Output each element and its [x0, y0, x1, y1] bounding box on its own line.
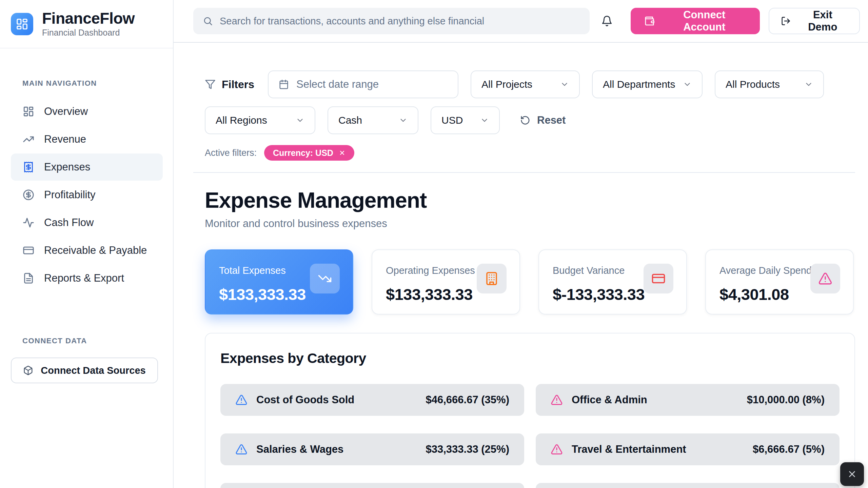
connect-data-section: CONNECT DATA Connect Data Sources — [0, 292, 173, 383]
departments-select-value: All Departments — [603, 79, 675, 90]
sidebar-item-expenses[interactable]: Expenses — [11, 154, 163, 181]
chevron-down-icon — [804, 80, 813, 89]
regions-select-value: All Regions — [216, 115, 267, 126]
category-label: Salaries & Wages — [256, 443, 343, 455]
file-text-icon — [22, 272, 35, 284]
sidebar-item-receivable-payable[interactable]: Receivable & Payable — [11, 237, 163, 264]
chevron-down-icon — [560, 80, 569, 89]
close-icon — [847, 469, 857, 479]
category-row-travel-entertainment: Travel & Entertainment $6,666.67 (5%) — [536, 433, 840, 465]
filters-title-label: Filters — [222, 78, 254, 91]
chevron-down-icon — [683, 80, 692, 89]
sidebar-item-revenue[interactable]: Revenue — [11, 126, 163, 153]
stat-card-budget-variance[interactable]: Budget Variance $-133,333.33 — [538, 249, 687, 314]
credit-card-icon — [644, 264, 673, 293]
dashboard-icon — [22, 105, 35, 118]
category-value: $46,666.67 (35%) — [426, 394, 509, 406]
sidebar-item-label: Profitability — [44, 189, 96, 201]
sidebar-item-profitability[interactable]: Profitability — [11, 181, 163, 208]
payment-method-select-value: Cash — [338, 115, 362, 126]
category-row-cost-of-goods-sold: Cost of Goods Sold $46,666.67 (35%) — [220, 384, 524, 416]
expenses-by-category-title: Expenses by Category — [220, 350, 840, 366]
filters-row-1: Filters Select date range All Projects A… — [205, 70, 855, 98]
stat-card-total-expenses[interactable]: Total Expenses $133,333.33 — [205, 249, 353, 314]
app-window: FinanceFlow Financial Dashboard MAIN NAV… — [0, 0, 868, 488]
activity-icon — [22, 217, 35, 229]
page-title: Expense Management — [205, 188, 855, 213]
log-out-icon — [781, 16, 791, 26]
connect-account-button[interactable]: Connect Account — [631, 8, 760, 34]
trending-down-icon — [310, 264, 340, 293]
sidebar: FinanceFlow Financial Dashboard MAIN NAV… — [0, 0, 174, 488]
projects-select-value: All Projects — [481, 79, 532, 90]
exit-demo-button[interactable]: Exit Demo — [769, 8, 860, 34]
main-navigation: MAIN NAVIGATION Overview Revenue Expense… — [0, 48, 173, 292]
date-range-input[interactable]: Select date range — [268, 70, 458, 98]
close-icon — [339, 149, 346, 156]
stat-cards-row: Total Expenses $133,333.33 Operating Exp… — [205, 249, 855, 314]
category-value: $6,666.67 (5%) — [753, 443, 825, 455]
regions-select[interactable]: All Regions — [205, 106, 315, 134]
receipt-icon — [22, 161, 35, 173]
search-input[interactable] — [220, 16, 580, 27]
close-overlay-button[interactable] — [840, 462, 864, 486]
category-row-professional-services: Professional Services $3,333.33 (3%) — [536, 483, 840, 488]
section-divider — [193, 172, 855, 173]
category-label: Cost of Goods Sold — [256, 394, 354, 406]
calendar-icon — [279, 79, 289, 89]
main-area: Connect Account Exit Demo Filters Select… — [174, 0, 868, 488]
payment-method-select[interactable]: Cash — [328, 106, 418, 134]
topbar: Connect Account Exit Demo — [174, 0, 868, 43]
app-logo-icon — [11, 13, 33, 35]
sidebar-item-label: Expenses — [44, 161, 90, 173]
wallet-icon — [644, 16, 655, 26]
reset-filters-button[interactable]: Reset — [520, 114, 566, 126]
stat-card-operating-expenses[interactable]: Operating Expenses $133,333.33 — [372, 249, 520, 314]
search-icon — [203, 16, 213, 26]
sidebar-item-cash-flow[interactable]: Cash Flow — [11, 209, 163, 236]
notifications-button[interactable] — [599, 13, 615, 29]
bell-icon — [601, 15, 613, 27]
package-icon — [23, 365, 33, 375]
chevron-down-icon — [480, 116, 489, 125]
sidebar-item-overview[interactable]: Overview — [11, 98, 163, 125]
connect-data-sources-label: Connect Data Sources — [41, 365, 145, 376]
nav-section-label: MAIN NAVIGATION — [22, 79, 163, 88]
sidebar-item-reports-export[interactable]: Reports & Export — [11, 265, 163, 292]
app-subtitle: Financial Dashboard — [42, 28, 135, 38]
app-title: FinanceFlow — [42, 10, 135, 26]
page-header: Expense Management Monitor and control b… — [205, 188, 855, 230]
departments-select[interactable]: All Departments — [592, 70, 703, 98]
search-box — [193, 8, 590, 34]
reset-label: Reset — [537, 114, 566, 126]
connect-data-sources-button[interactable]: Connect Data Sources — [11, 358, 158, 383]
chevron-down-icon — [399, 116, 408, 125]
connect-section-label: CONNECT DATA — [22, 337, 163, 345]
content: Filters Select date range All Projects A… — [174, 43, 868, 488]
brand-block: FinanceFlow Financial Dashboard — [0, 0, 173, 48]
currency-filter-chip-label: Currency: USD — [273, 148, 333, 158]
category-grid: Cost of Goods Sold $46,666.67 (35%) Offi… — [220, 384, 840, 488]
projects-select[interactable]: All Projects — [471, 70, 580, 98]
currency-select-value: USD — [441, 115, 463, 126]
connect-account-label: Connect Account — [662, 9, 747, 33]
dollar-circle-icon — [22, 189, 35, 201]
date-range-placeholder: Select date range — [296, 78, 379, 90]
category-label: Office & Admin — [572, 394, 647, 406]
currency-select[interactable]: USD — [431, 106, 500, 134]
rotate-ccw-icon — [520, 115, 530, 125]
products-select[interactable]: All Products — [715, 70, 824, 98]
filter-funnel-icon — [205, 79, 216, 90]
brand-text: FinanceFlow Financial Dashboard — [42, 10, 135, 38]
category-value: $10,000.00 (8%) — [747, 394, 825, 406]
sidebar-item-label: Cash Flow — [44, 217, 94, 229]
stat-card-average-daily-spend[interactable]: Average Daily Spend $4,301.08 — [705, 249, 854, 314]
alert-triangle-icon — [551, 443, 563, 455]
building-icon — [477, 264, 507, 293]
sidebar-item-label: Overview — [44, 105, 88, 118]
remove-currency-filter-button[interactable] — [339, 149, 346, 156]
alert-triangle-icon — [235, 443, 248, 455]
sidebar-item-label: Receivable & Payable — [44, 244, 147, 257]
category-row-office-admin: Office & Admin $10,000.00 (8%) — [536, 384, 840, 416]
credit-card-icon — [22, 244, 35, 257]
